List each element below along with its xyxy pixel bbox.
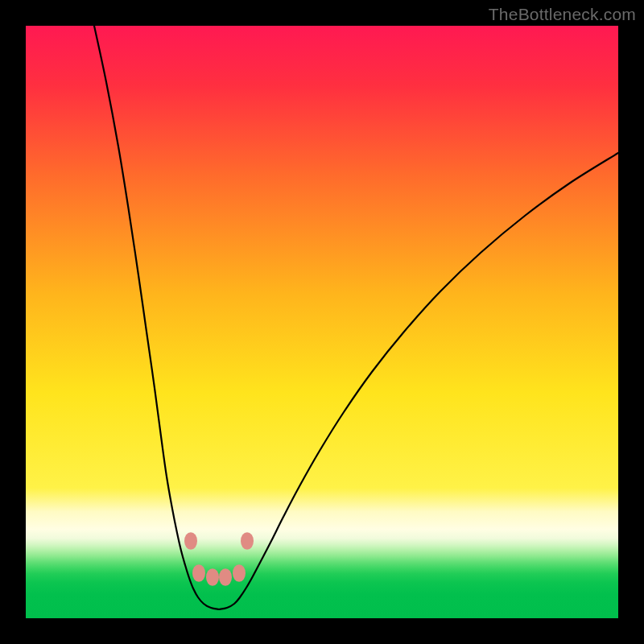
watermark-text: TheBottleneck.com (489, 5, 636, 24)
bottleneck-chart (26, 26, 618, 618)
curve-marker (233, 564, 246, 582)
chart-frame (26, 26, 618, 618)
curve-marker (241, 532, 254, 550)
curve-marker (184, 532, 197, 550)
curve-marker (192, 564, 205, 582)
curve-marker (206, 568, 219, 586)
chart-background (26, 26, 618, 618)
curve-marker (219, 568, 232, 586)
